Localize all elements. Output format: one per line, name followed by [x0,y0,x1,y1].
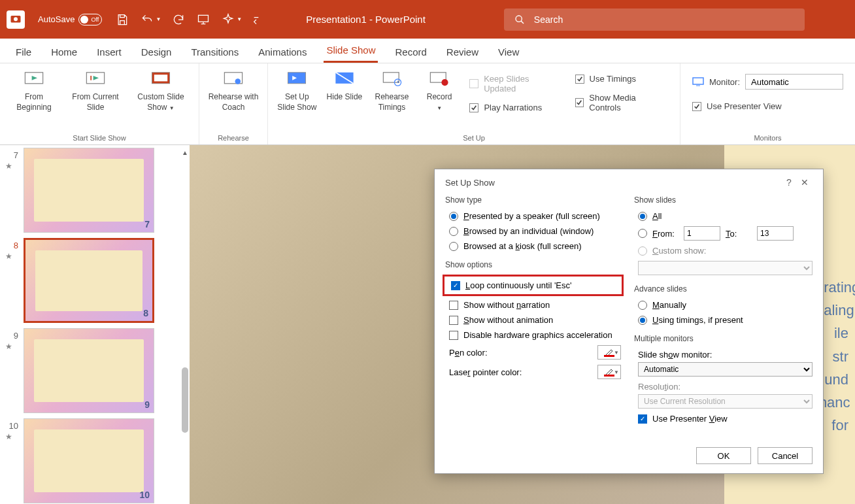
undo-button[interactable]: ▼ [140,12,161,27]
record-button[interactable]: Record▼ [417,67,462,115]
setup-show-dialog: Set Up Show ? ✕ Show type Presented by a… [434,169,824,474]
thumbnail-7[interactable]: 7★ 7 [0,145,190,235]
monitor-select[interactable] [745,74,843,90]
customize-qat-icon[interactable] [252,12,260,27]
tab-transitions[interactable]: Transitions [188,41,241,63]
radio-all-slides[interactable]: All [634,211,813,221]
ok-button[interactable]: OK [696,447,751,464]
touch-mode-button[interactable]: ▼ [221,12,242,27]
resolution-select: Use Current Resolution [638,394,813,409]
tab-slide-show[interactable]: Slide Show [324,39,378,63]
ribbon: From Beginning From Current Slide Custom… [0,63,855,145]
svg-rect-12 [383,73,399,82]
document-title: Presentation1 - PowerPoint [306,14,426,25]
from-current-slide-button[interactable]: From Current Slide [64,67,127,115]
tab-review[interactable]: Review [444,41,481,63]
undo-icon [140,12,154,27]
from-input[interactable] [684,226,720,241]
custom-slide-show-button[interactable]: Custom Slide Show ▼ [129,67,192,115]
show-slides-section: Show slides All From: To: Custom show: [634,195,813,275]
check-loop-continuously[interactable]: Loop continuously until 'Esc' [443,275,624,296]
save-icon[interactable] [115,12,129,27]
app-icon[interactable] [7,10,25,29]
tab-home[interactable]: Home [48,41,80,63]
use-timings-check[interactable]: Use Timings [575,74,668,84]
check-without-narration[interactable]: Show without narration [445,300,624,310]
show-options-section: Show options Loop continuously until 'Es… [445,260,624,379]
slide-show-monitor-select[interactable]: Automatic [638,362,813,377]
thumbnail-10[interactable]: 10★ 10 [0,416,190,504]
radio-presented-speaker[interactable]: Presented by a speaker (full screen) [445,211,624,221]
hide-slide-button[interactable]: Hide Slide [322,67,367,105]
check-without-animation[interactable]: Show without animation [445,315,624,325]
star-icon: ★ [5,432,18,441]
tab-view[interactable]: View [495,41,522,63]
tab-file[interactable]: File [13,41,34,63]
autosave-toggle[interactable]: AutoSave Off [38,14,102,25]
keep-slides-updated-check: Keep Slides Updated [469,74,562,93]
radio-custom-show: Custom show: [634,246,813,256]
check-presenter-view[interactable]: Use Presenter View [634,414,813,424]
svg-point-1 [14,17,18,21]
laser-color-button[interactable]: ▼ [597,365,621,379]
search-placeholder: Search [534,14,563,25]
search-box[interactable]: Search [504,8,805,31]
cancel-button[interactable]: Cancel [758,447,813,464]
pen-color-button[interactable]: ▼ [597,345,621,360]
toggle-state: Off [91,16,99,23]
radio-using-timings[interactable]: Using timings, if present [634,315,813,325]
play-narrations-check[interactable]: Play Narrations [469,103,562,112]
rehearse-timings-button[interactable]: Rehearse Timings [369,67,414,115]
tab-design[interactable]: Design [139,41,175,63]
redo-icon[interactable] [171,12,186,27]
close-icon[interactable]: ✕ [797,177,813,188]
tab-insert[interactable]: Insert [94,41,124,63]
toggle-switch[interactable]: Off [78,14,102,25]
record-icon [428,70,451,88]
to-input[interactable] [757,226,794,241]
sparkle-icon [221,12,235,27]
present-icon[interactable] [196,12,210,27]
radio-manually[interactable]: Manually [634,300,813,310]
thumbnail-9[interactable]: 9★ 9 [0,326,190,416]
radio-from-to[interactable]: From: To: [634,226,813,241]
radio-browsed-individual[interactable]: Browsed by an individual (window) [445,226,624,236]
rehearse-coach-button[interactable]: Rehearse with Coach [206,67,261,115]
laser-color-row: Laser pointer color: ▼ [445,365,624,379]
timings-icon [380,70,404,88]
star-icon: ★ [5,161,18,171]
svg-point-15 [442,79,448,86]
radio-browsed-kiosk[interactable]: Browsed at a kiosk (full screen) [445,241,624,251]
show-media-controls-check[interactable]: Show Media Controls [575,93,668,112]
tab-animations[interactable]: Animations [256,41,309,63]
setup-icon [285,70,309,88]
chevron-down-icon: ▼ [614,350,619,356]
from-beginning-button[interactable]: From Beginning [7,67,61,115]
use-presenter-view-check[interactable]: Use Presenter View [692,101,843,111]
help-icon[interactable]: ? [781,177,797,188]
star-icon: ★ [5,342,18,351]
setup-slide-show-button[interactable]: Set Up Slide Show [275,67,320,115]
thumbnail-panel[interactable]: ▲ 7★ 7 8★ 8 9★ 9 10★ 10 [0,145,190,504]
tab-record[interactable]: Record [392,41,429,63]
thumbnail-8[interactable]: 8★ 8 [0,235,190,326]
multiple-monitors-section: Multiple monitors Slide show monitor: Au… [634,334,813,424]
svg-rect-10 [288,73,306,84]
play-icon [22,70,46,88]
check-disable-hardware[interactable]: Disable hardware graphics acceleration [445,330,624,340]
coach-icon [222,70,245,88]
chevron-down-icon: ▼ [237,16,242,22]
dialog-title: Set Up Show [445,178,781,188]
monitor-selector[interactable]: Monitor: [692,74,843,90]
advance-slides-section: Advance slides Manually Using timings, i… [634,284,813,325]
ribbon-group-setup: Set Up Slide Show Hide Slide Rehearse Ti… [268,63,680,144]
svg-point-3 [516,16,522,22]
ribbon-group-start: From Beginning From Current Slide Custom… [0,63,199,144]
dialog-titlebar[interactable]: Set Up Show ? ✕ [435,169,823,195]
svg-rect-2 [199,15,209,22]
scrollbar[interactable] [182,367,188,433]
svg-rect-7 [154,75,167,81]
play-current-icon [84,70,107,88]
search-icon [514,14,525,25]
scroll-up-icon[interactable]: ▲ [182,149,188,156]
